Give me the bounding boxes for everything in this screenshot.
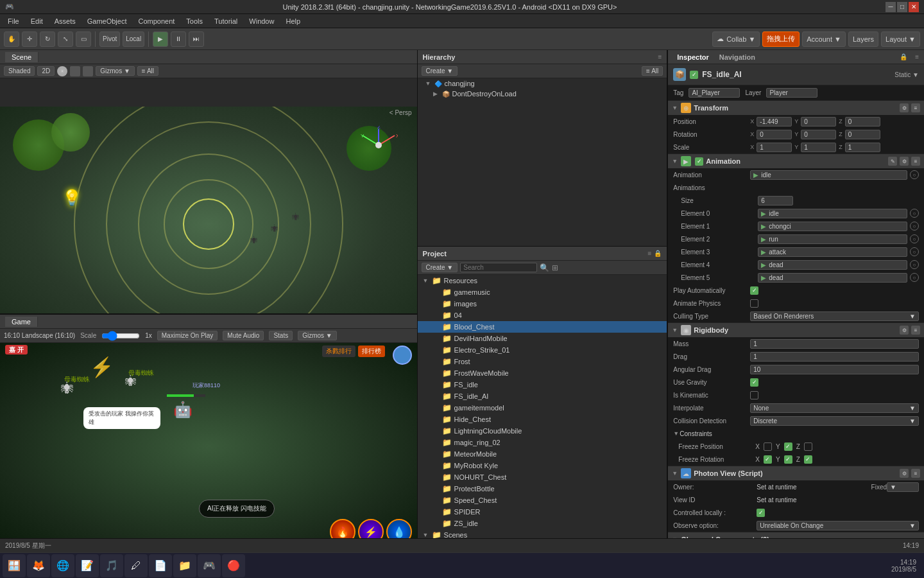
culling-type-dropdown[interactable]: Based On Renderers ▼ xyxy=(750,311,919,321)
is-kinematic-checkbox[interactable] xyxy=(750,391,758,399)
menu-tutorial[interactable]: Tutorial xyxy=(209,16,243,26)
hierarchy-all-filter[interactable]: ≡ All xyxy=(642,66,663,76)
rect-tool-button[interactable]: ▭ xyxy=(76,31,91,47)
taskbar-icon-7[interactable]: 📁 xyxy=(173,554,196,577)
photon-settings-btn[interactable]: ⚙ xyxy=(900,469,909,478)
taskbar-icon-2[interactable]: 🌐 xyxy=(51,554,74,577)
gizmos-dropdown[interactable]: Gizmos ▼ xyxy=(96,66,135,76)
freeze-pos-y-checkbox[interactable]: ✓ xyxy=(784,442,792,451)
photon-menu-btn[interactable]: ≡ xyxy=(911,469,920,478)
scene-tab[interactable]: Scene xyxy=(5,52,38,62)
element-1-dropdown[interactable]: ▶ chongci xyxy=(758,222,907,231)
element-2-dropdown[interactable]: ▶ run xyxy=(758,234,907,244)
hierarchy-options-icon[interactable]: ≡ xyxy=(658,53,662,60)
freeze-rot-z-checkbox[interactable]: ✓ xyxy=(804,455,812,464)
rotate-tool-button[interactable]: ↻ xyxy=(40,31,55,47)
light-toggle[interactable]: ☀ xyxy=(57,66,67,76)
folder-meteor[interactable]: 📁 MeteorMobile xyxy=(418,448,667,460)
taskbar-icon-9[interactable]: 🔴 xyxy=(222,554,245,577)
rigidbody-settings-btn[interactable]: ⚙ xyxy=(900,326,909,335)
layout-button[interactable]: Layout ▼ xyxy=(881,31,920,47)
transform-menu-btn[interactable]: ≡ xyxy=(911,103,920,112)
freeze-rot-y-checkbox[interactable]: ✓ xyxy=(784,455,792,464)
animate-physics-checkbox[interactable] xyxy=(750,299,758,308)
menu-component[interactable]: Component xyxy=(133,16,180,26)
inspector-options-icon[interactable]: ≡ xyxy=(915,53,919,60)
element-0-dropdown[interactable]: ▶ idle xyxy=(758,209,907,218)
pause-button[interactable]: ⏸ xyxy=(171,31,186,47)
stats-button[interactable]: Stats xyxy=(269,331,293,340)
element-1-pick-btn[interactable]: ○ xyxy=(910,222,919,231)
scale-x-input[interactable] xyxy=(757,143,792,152)
photon-view-header[interactable]: ▼ ☁ Photon View (Script) ⚙ ≡ xyxy=(668,466,924,480)
folder-speed[interactable]: 📁 Speed_Chest xyxy=(418,495,667,506)
taskbar-icon-6[interactable]: 📄 xyxy=(149,554,172,577)
folder-protect[interactable]: 📁 ProtectBottle xyxy=(418,483,667,495)
position-x-input[interactable] xyxy=(757,117,792,127)
layer-dropdown[interactable]: Player xyxy=(766,88,817,98)
folder-blood-chest[interactable]: 📁 Blood_Chest xyxy=(418,321,667,333)
shaded-dropdown[interactable]: Shaded xyxy=(4,66,35,76)
hierarchy-item-dontdestroy[interactable]: ▶ 📦 DontDestroyOnLoad xyxy=(418,89,667,99)
game-canvas[interactable]: 嘉 开 杀戮排行 排行榜 受攻击的玩家 我操作你英雄 母毒蜘蛛 🕷 xyxy=(0,343,417,550)
taskbar-icon-4[interactable]: 🎵 xyxy=(100,554,123,577)
drag-input[interactable] xyxy=(750,352,919,362)
animation-menu-btn[interactable]: ≡ xyxy=(911,157,920,166)
transform-header[interactable]: ▼ ⊕ Transform ⚙ ≡ xyxy=(668,101,924,115)
menu-help[interactable]: Help xyxy=(280,16,305,26)
element-4-dropdown[interactable]: ▶ dead xyxy=(758,260,907,270)
size-input[interactable] xyxy=(758,196,793,206)
rotation-x-input[interactable] xyxy=(757,130,792,139)
hierarchy-create-button[interactable]: Create ▼ xyxy=(422,66,458,76)
scale-tool-button[interactable]: ⤡ xyxy=(58,31,73,47)
folder-frostwave[interactable]: 📁 FrostWaveMobile xyxy=(418,367,667,379)
inspector-tab[interactable]: Inspector xyxy=(673,52,713,62)
taskbar-icon-5[interactable]: 🖊 xyxy=(124,554,148,577)
element-2-pick-btn[interactable]: ○ xyxy=(910,234,919,243)
layers-button[interactable]: Layers xyxy=(848,31,878,47)
taskbar-icon-1[interactable]: 🦊 xyxy=(27,554,50,577)
scale-y-input[interactable] xyxy=(801,143,836,152)
menu-file[interactable]: File xyxy=(3,16,24,26)
controlled-checkbox[interactable]: ✓ xyxy=(757,509,765,517)
folder-fs-idle[interactable]: 📁 FS_idle xyxy=(418,379,667,390)
folder-magic-ring[interactable]: 📁 magic_ring_02 xyxy=(418,437,667,448)
folder-myrobot[interactable]: 📁 MyRobot Kyle xyxy=(418,460,667,471)
folder-images[interactable]: 📁 images xyxy=(418,298,667,310)
angular-drag-input[interactable] xyxy=(750,365,919,374)
step-button[interactable]: ⏭ xyxy=(189,31,204,47)
rotation-z-input[interactable] xyxy=(845,130,880,139)
minimize-button[interactable]: ─ xyxy=(886,2,896,12)
folder-gamemusic[interactable]: 📁 gamemusic xyxy=(418,286,667,298)
collision-dropdown[interactable]: Discrete ▼ xyxy=(750,416,919,426)
element-5-dropdown[interactable]: ▶ dead xyxy=(758,273,907,283)
hand-tool-button[interactable]: ✋ xyxy=(4,31,19,47)
move-tool-button[interactable]: ✛ xyxy=(22,31,37,47)
all-filter[interactable]: ≡ All xyxy=(137,66,158,76)
position-z-input[interactable] xyxy=(845,117,880,127)
folder-hide-chest[interactable]: 📁 Hide_Chest xyxy=(418,414,667,425)
navigation-tab[interactable]: Navigation xyxy=(715,52,759,62)
menu-tools[interactable]: Tools xyxy=(181,16,208,26)
element-3-pick-btn[interactable]: ○ xyxy=(910,247,919,256)
scene-canvas[interactable]: 💡 X Y Z < Persp xyxy=(0,107,417,342)
element-5-pick-btn[interactable]: ○ xyxy=(910,273,919,282)
local-toggle[interactable]: Local xyxy=(123,31,144,47)
animation-dropdown[interactable]: ▶ idle xyxy=(750,170,907,180)
folder-gameitemmodel[interactable]: 📁 gameitemmodel xyxy=(418,402,667,414)
project-create-button[interactable]: Create ▼ xyxy=(422,263,458,272)
freeze-pos-z-checkbox[interactable] xyxy=(804,442,812,451)
use-gravity-checkbox[interactable]: ✓ xyxy=(750,378,758,387)
menu-window[interactable]: Window xyxy=(244,16,279,26)
object-active-checkbox[interactable]: ✓ xyxy=(690,71,698,79)
maximize-on-play-button[interactable]: Maximize On Play xyxy=(157,331,218,340)
pivot-toggle[interactable]: Pivot xyxy=(99,31,120,47)
play-auto-checkbox[interactable]: ✓ xyxy=(750,286,758,295)
project-search-input[interactable] xyxy=(460,263,537,272)
scale-slider[interactable] xyxy=(101,331,140,341)
scale-z-input[interactable] xyxy=(845,143,880,152)
project-lock-icon[interactable]: 🔒 xyxy=(654,250,662,257)
rigidbody-menu-btn[interactable]: ≡ xyxy=(911,326,920,335)
transform-settings-btn[interactable]: ⚙ xyxy=(900,103,909,112)
taskbar-icon-3[interactable]: 📝 xyxy=(76,554,99,577)
